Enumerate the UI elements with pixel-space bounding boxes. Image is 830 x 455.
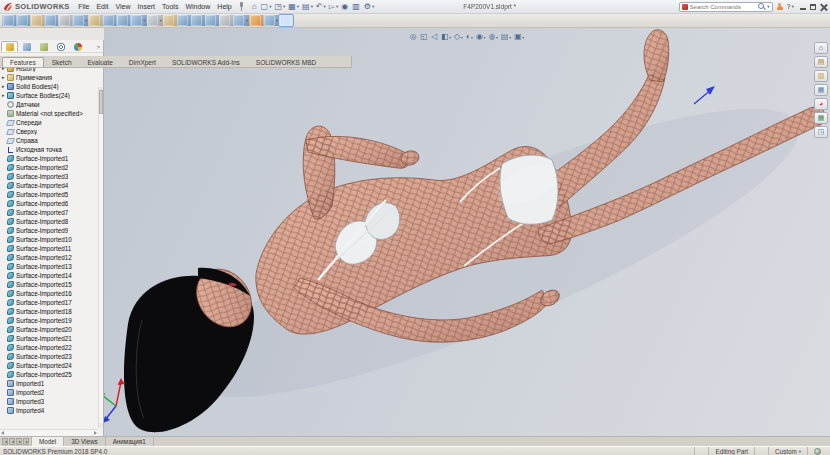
search-icon[interactable]	[758, 3, 765, 10]
feature-tree-item[interactable]: ▸ Surface Bodies(24)	[0, 91, 103, 100]
feature-tree-item[interactable]: Surface-Imported23	[0, 352, 103, 361]
feature-tree-item[interactable]: Исходная точка	[0, 145, 103, 154]
menu-item[interactable]: Edit	[93, 0, 112, 13]
hide-show-items-icon[interactable]: ◉ ▾	[475, 32, 488, 42]
tool-icon-12[interactable]	[163, 15, 177, 26]
undo-icon[interactable]: ↶ ▾	[314, 1, 327, 13]
appearances-scenes-icon[interactable]: ◕	[814, 98, 828, 110]
search-box[interactable]: ▾	[679, 2, 773, 12]
menu-item[interactable]: File	[75, 0, 93, 13]
feature-tree-item[interactable]: Surface-Imported10	[0, 235, 103, 244]
print-icon[interactable]: ▤ ▾	[301, 1, 315, 13]
feature-tree-item[interactable]: Surface-Imported17	[0, 298, 103, 307]
open-icon[interactable]: ◳ ▾	[273, 1, 287, 13]
zoom-to-area-icon[interactable]: ◱	[419, 32, 430, 42]
solidworks-forum-icon[interactable]: ◳	[814, 126, 828, 138]
apply-scene-icon[interactable]: ▤ ▾	[500, 32, 513, 42]
file-properties-icon[interactable]: ▥	[351, 1, 363, 13]
search-input[interactable]	[690, 4, 757, 10]
save-icon[interactable]: ▦ ▾	[287, 1, 301, 13]
scroll-left-icon[interactable]	[1, 431, 4, 435]
feature-tree-item[interactable]: Surface-Imported19	[0, 316, 103, 325]
feature-tree-item[interactable]: Material <not specified>	[0, 109, 103, 118]
feature-tree-item[interactable]: Surface-Imported25	[0, 370, 103, 379]
feature-tree-item[interactable]: Спереди	[0, 118, 103, 127]
options-icon[interactable]: ⚙ ▾	[362, 1, 375, 13]
bottom-tab[interactable]: Анимация1	[106, 437, 154, 446]
tool-icon-7[interactable]	[88, 15, 102, 26]
previous-view-icon[interactable]: ◁	[430, 32, 440, 42]
feature-tree-item[interactable]: Surface-Imported20	[0, 325, 103, 334]
user-account-icon[interactable]	[776, 3, 784, 11]
feature-tree-item[interactable]: Imported1	[0, 379, 103, 388]
feature-tree-item[interactable]: Surface-Imported16	[0, 289, 103, 298]
view-palette-icon[interactable]: ▦	[814, 84, 828, 96]
tool-icon-3[interactable]	[30, 15, 44, 26]
design-library-icon[interactable]: ▤	[814, 56, 828, 68]
tool-icon-13[interactable]	[177, 15, 191, 26]
graphics-area[interactable]: ◎ ◱ ◁ ◧ ▾ ◇ ▾ ◐ ▾ ◉	[104, 28, 830, 436]
commandmanager-tab[interactable]: Evaluate	[80, 57, 121, 67]
feature-tree-item[interactable]: Surface-Imported13	[0, 262, 103, 271]
search-dropdown-icon[interactable]: ▾	[767, 4, 769, 9]
feature-tree-item[interactable]: Surface-Imported14	[0, 271, 103, 280]
tags-icon[interactable]	[814, 448, 821, 455]
feature-tree-item[interactable]: ▸ Примечания	[0, 73, 103, 82]
displaymanager-tab[interactable]	[69, 41, 86, 52]
tool-icon-17[interactable]: ▾	[233, 15, 249, 26]
next-tab-button[interactable]	[16, 438, 22, 445]
commandmanager-tab[interactable]: Features	[2, 57, 44, 67]
zoom-to-fit-icon[interactable]: ◎	[408, 32, 418, 42]
tool-icon-6[interactable]: ▾	[72, 15, 88, 26]
close-button[interactable]	[820, 3, 827, 10]
new-document-icon[interactable]: ▢ ▾	[259, 1, 273, 13]
feature-tree-item[interactable]: Imported3	[0, 397, 103, 406]
last-tab-button[interactable]	[23, 438, 29, 445]
tool-icon-2[interactable]	[16, 15, 30, 26]
tool-icon-16[interactable]	[219, 15, 233, 26]
feature-tree-item[interactable]: Surface-Imported5	[0, 190, 103, 199]
rebuild-icon[interactable]: ◉	[340, 1, 351, 13]
tool-icon-15[interactable]	[205, 15, 219, 26]
feature-tree-item[interactable]: Imported4	[0, 406, 103, 415]
menu-item[interactable]: Help	[214, 0, 235, 13]
restore-button[interactable]	[810, 4, 816, 10]
tool-icon-4[interactable]	[44, 15, 58, 26]
pin-menu-icon[interactable]	[238, 2, 245, 11]
tool-icon-11[interactable]: ▾	[147, 15, 163, 26]
first-tab-button[interactable]	[2, 438, 8, 445]
tool-icon-18[interactable]	[249, 15, 263, 26]
custom-properties-icon[interactable]: ▦	[814, 112, 828, 124]
feature-tree-item[interactable]: ▸ Solid Bodies(4)	[0, 82, 103, 91]
feature-tree-item[interactable]: Сверху	[0, 127, 103, 136]
select-icon[interactable]: ▻ ▾	[327, 1, 339, 13]
scrollbar-thumb[interactable]	[99, 90, 103, 114]
help-button[interactable]: ? ▾	[787, 2, 794, 11]
feature-tree-item[interactable]: Surface-Imported9	[0, 226, 103, 235]
tool-icon-5[interactable]	[58, 15, 72, 26]
commandmanager-tab[interactable]: SOLIDWORKS MBD	[248, 57, 324, 67]
featuremanager-tree-tab[interactable]	[1, 41, 18, 52]
tool-icon-10[interactable]: ▾	[130, 15, 146, 26]
edit-appearance-icon[interactable]: ◍ ▾	[487, 32, 500, 42]
commandmanager-tab[interactable]: Sketch	[44, 57, 80, 67]
tool-icon-19[interactable]: ▾	[263, 15, 279, 26]
view-orientation-icon[interactable]: ◇ ▾	[453, 32, 465, 42]
tool-icon-14[interactable]	[191, 15, 205, 26]
view-settings-icon[interactable]: ▣ ▾	[513, 32, 526, 42]
tree-horizontal-scrollbar[interactable]	[0, 429, 98, 436]
panel-overflow-icon[interactable]: >	[96, 44, 102, 50]
menu-item[interactable]: Insert	[134, 0, 159, 13]
feature-tree-item[interactable]: Surface-Imported21	[0, 334, 103, 343]
tool-icon-1[interactable]	[2, 15, 16, 26]
minimize-button[interactable]	[800, 3, 806, 10]
tool-icon-20[interactable]	[279, 15, 293, 26]
bottom-tab[interactable]: Model	[32, 437, 64, 446]
feature-tree-item[interactable]: Surface-Imported15	[0, 280, 103, 289]
solidworks-resources-icon[interactable]: ⌂	[814, 42, 828, 54]
feature-tree-item[interactable]: Surface-Imported1	[0, 154, 103, 163]
feature-tree-item[interactable]: Surface-Imported22	[0, 343, 103, 352]
section-view-icon[interactable]: ◧ ▾	[439, 32, 452, 42]
feature-tree-item[interactable]: Surface-Imported12	[0, 253, 103, 262]
feature-tree-item[interactable]: Датчики	[0, 100, 103, 109]
